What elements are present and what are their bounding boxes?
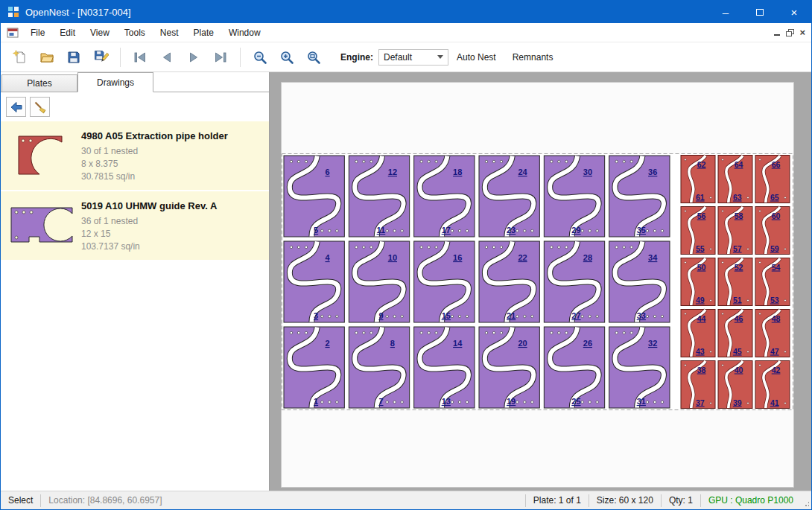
svg-text:24: 24 <box>518 168 527 176</box>
next-plate-button[interactable] <box>183 46 205 68</box>
menu-plate[interactable]: Plate <box>186 25 221 41</box>
nested-pair-red[interactable]: 5251 <box>718 258 752 306</box>
nested-pair-purple[interactable]: 2019 <box>479 327 539 408</box>
svg-text:15: 15 <box>442 311 451 320</box>
toolbar-separator <box>120 48 121 67</box>
window-close-button[interactable]: × <box>777 1 811 23</box>
nested-pair-purple[interactable]: 2221 <box>479 241 539 322</box>
menu-tools[interactable]: Tools <box>117 25 153 41</box>
drawing-area: 30.7815 sq/in <box>81 170 228 183</box>
mdi-close-button[interactable]: × <box>799 27 805 38</box>
menu-edit[interactable]: Edit <box>52 25 83 41</box>
menubar: File Edit View Tools Nest Plate Window × <box>1 23 811 42</box>
nested-pair-purple[interactable]: 109 <box>349 241 409 322</box>
svg-text:2: 2 <box>325 339 329 348</box>
zoom-out-button[interactable] <box>249 46 271 68</box>
menu-nest[interactable]: Nest <box>153 25 186 41</box>
nested-pair-red[interactable]: 5857 <box>718 207 752 255</box>
svg-text:4: 4 <box>325 253 330 262</box>
nested-pair-purple[interactable]: 2827 <box>544 241 604 322</box>
menu-file[interactable]: File <box>23 25 52 41</box>
zoom-fit-button[interactable] <box>302 46 325 68</box>
drawing-list: 4980 A05 Extraction pipe holder 30 of 1 … <box>1 121 269 261</box>
resize-grip-icon[interactable] <box>801 491 811 509</box>
drawing-thumbnail <box>4 197 81 253</box>
nest-canvas[interactable]: 6512111817242330293635431091615222128273… <box>270 72 811 491</box>
mdi-restore-button[interactable] <box>786 28 793 38</box>
menu-window[interactable]: Window <box>221 25 268 41</box>
svg-text:63: 63 <box>733 193 742 202</box>
nested-pair-purple[interactable]: 2423 <box>479 156 539 237</box>
nested-pair-red[interactable]: 4645 <box>718 310 752 357</box>
pipe-holder-shape-icon <box>13 132 72 178</box>
save-as-button[interactable] <box>89 46 112 68</box>
send-to-plate-button[interactable] <box>6 97 26 117</box>
window-minimize-button[interactable]: – <box>708 1 743 23</box>
nested-pair-purple[interactable]: 43 <box>284 241 344 322</box>
svg-text:40: 40 <box>735 366 743 374</box>
first-plate-button[interactable] <box>129 46 151 68</box>
svg-text:45: 45 <box>733 347 742 356</box>
nested-pair-purple[interactable]: 3433 <box>609 241 670 322</box>
nested-pair-red[interactable]: 4443 <box>681 310 715 357</box>
engine-dropdown[interactable]: Default <box>378 49 448 66</box>
drawing-thumbnail <box>4 127 81 183</box>
nested-pair-purple[interactable]: 3231 <box>609 327 670 408</box>
menu-view[interactable]: View <box>83 25 117 41</box>
open-button[interactable] <box>36 46 58 68</box>
nested-pair-purple[interactable]: 65 <box>284 156 344 237</box>
mdi-child-icon[interactable] <box>7 27 19 39</box>
status-qty: Qty: 1 <box>662 495 700 506</box>
svg-text:51: 51 <box>733 296 742 305</box>
svg-text:10: 10 <box>388 253 397 262</box>
clear-button[interactable] <box>30 97 50 117</box>
nested-pair-red[interactable]: 5049 <box>681 258 715 306</box>
mdi-minimize-button[interactable] <box>774 28 780 38</box>
nested-pair-red[interactable]: 6463 <box>718 156 752 203</box>
svg-text:38: 38 <box>697 366 706 374</box>
new-button[interactable] <box>9 46 31 68</box>
nested-pair-purple[interactable]: 3029 <box>544 156 604 237</box>
drawing-item-uhmw-guide[interactable]: 5019 A10 UHMW guide Rev. A 36 of 1 neste… <box>1 191 269 261</box>
svg-text:34: 34 <box>648 253 658 262</box>
nested-pair-purple[interactable]: 87 <box>349 327 409 408</box>
tab-plates[interactable]: Plates <box>1 74 77 92</box>
tab-strip: Plates Drawings <box>1 72 269 92</box>
svg-text:28: 28 <box>583 253 592 262</box>
nested-pair-purple[interactable]: 2625 <box>544 327 604 408</box>
nested-pair-red[interactable]: 4241 <box>755 361 790 409</box>
nested-pair-purple[interactable]: 1413 <box>414 327 475 408</box>
window-title: OpenNest - [N0317-004] <box>25 7 131 18</box>
window-maximize-button[interactable] <box>743 1 777 23</box>
nested-pair-purple[interactable]: 1615 <box>414 241 475 322</box>
nested-pair-red[interactable]: 3837 <box>681 361 715 409</box>
nested-pair-red[interactable]: 5453 <box>755 258 790 306</box>
nested-pair-red[interactable]: 4847 <box>755 310 790 357</box>
chevron-down-icon <box>437 55 443 59</box>
nested-pair-red[interactable]: 4039 <box>718 361 752 409</box>
last-plate-button[interactable] <box>209 46 232 68</box>
nested-pair-red[interactable]: 5655 <box>681 207 715 255</box>
svg-text:52: 52 <box>735 263 743 272</box>
remnants-button[interactable]: Remnants <box>513 52 554 63</box>
previous-plate-button[interactable] <box>156 46 178 68</box>
save-button[interactable] <box>63 46 85 68</box>
nested-pair-red[interactable]: 6261 <box>681 156 715 203</box>
first-arrow-icon <box>133 50 148 65</box>
drawing-nested-count: 30 of 1 nested <box>81 145 228 158</box>
svg-text:29: 29 <box>571 226 580 235</box>
nested-pair-purple[interactable]: 21 <box>284 327 344 408</box>
nested-pair-purple[interactable]: 1817 <box>414 156 475 237</box>
plate-view[interactable]: 6512111817242330293635431091615222128273… <box>282 153 793 410</box>
drawing-item-pipe-holder[interactable]: 4980 A05 Extraction pipe holder 30 of 1 … <box>1 121 269 191</box>
nested-pair-red[interactable]: 6665 <box>755 156 790 203</box>
svg-text:5: 5 <box>314 226 318 235</box>
nested-pair-red[interactable]: 6059 <box>755 207 790 255</box>
drawing-area: 103.7137 sq/in <box>81 240 217 253</box>
zoom-in-button[interactable] <box>276 46 298 68</box>
nested-pair-purple[interactable]: 1211 <box>349 156 409 237</box>
auto-nest-button[interactable]: Auto Nest <box>457 52 496 63</box>
nested-pair-purple[interactable]: 3635 <box>609 156 670 237</box>
tab-drawings[interactable]: Drawings <box>77 72 153 92</box>
svg-text:31: 31 <box>637 397 646 406</box>
